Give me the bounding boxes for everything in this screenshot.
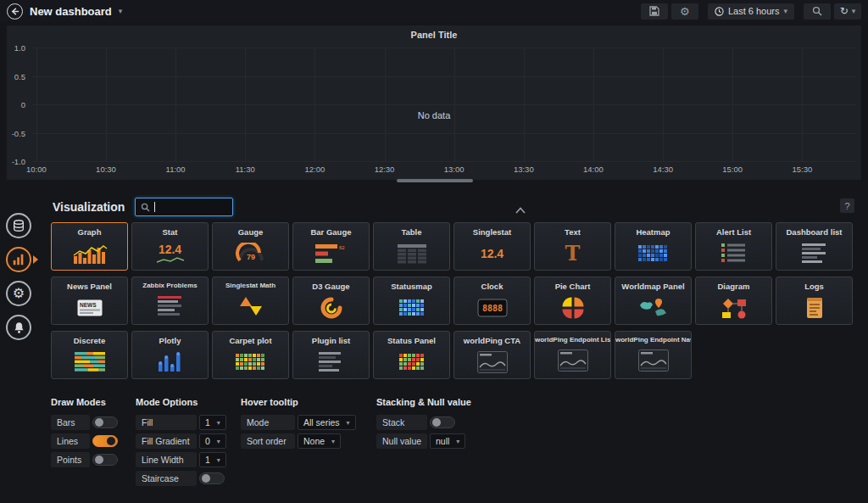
refresh-caret-icon: ▾ [852, 7, 856, 15]
plotly-icon [132, 347, 208, 377]
toggle-knob [202, 474, 210, 483]
viz-card-label: Heatmap [615, 227, 691, 237]
save-dashboard-button[interactable] [641, 3, 668, 20]
viz-card-worldping-endpoint-list[interactable]: worldPing Endpoint List [534, 331, 611, 379]
null-value-select[interactable]: null▾ [430, 433, 465, 449]
back-button[interactable] [7, 3, 23, 20]
viz-card-label: Singlestat Math [213, 282, 288, 289]
panel-title[interactable]: Panel Title [7, 25, 861, 42]
chevron-down-icon: ▾ [331, 438, 335, 445]
viz-card-diagram[interactable]: Diagram [695, 277, 772, 325]
viz-card-clock[interactable]: Clock8888 [453, 277, 531, 325]
bar-gauge-icon: 62 [293, 238, 369, 269]
select-value: null [436, 436, 449, 446]
x-tick-label: 10:00 [26, 165, 47, 174]
collapse-section-button[interactable] [515, 202, 526, 217]
help-button[interactable]: ? [840, 198, 854, 213]
viz-card-discrete[interactable]: Discrete [51, 331, 128, 379]
time-range-picker[interactable]: Last 6 hours ▾ [708, 3, 794, 20]
viz-card-graph[interactable]: Graph [51, 222, 128, 271]
section-title: Visualization [53, 200, 125, 214]
chevron-down-icon: ▾ [217, 456, 220, 464]
toggle-knob [95, 455, 103, 464]
stack-toggle[interactable] [430, 416, 455, 428]
viz-card-carpet-plot[interactable]: Carpet plot [212, 331, 289, 379]
grid-line-h [32, 76, 856, 77]
viz-card-singlestat-math[interactable]: Singlestat Math [212, 277, 289, 325]
viz-card-label: Zabbix Problems [132, 282, 208, 289]
viz-card-d3-gauge[interactable]: D3 Gauge [292, 277, 370, 325]
viz-card-worldmap-panel[interactable]: Worldmap Panel [615, 277, 692, 325]
fill-gradient-select[interactable]: 0▾ [199, 433, 226, 449]
y-axis: 1.00.50-0.5-1.0 [7, 48, 28, 161]
lines-toggle[interactable] [92, 435, 118, 447]
chevron-down-icon: ▾ [217, 438, 220, 445]
points-toggle[interactable] [92, 454, 118, 466]
svg-text:NEWS: NEWS [80, 302, 97, 308]
viz-card-worldping-endpoint-nav[interactable]: worldPing Endpoint Nav [615, 331, 692, 379]
viz-card-worldping-cta[interactable]: worldPing CTA [453, 331, 531, 379]
tab-alert[interactable] [6, 315, 31, 340]
viz-card-label: Plugin list [293, 336, 369, 345]
viz-card-text[interactable]: TextT [534, 222, 611, 271]
viz-card-heatmap[interactable]: Heatmap [615, 222, 692, 271]
dashboard-title[interactable]: New dashboard [30, 5, 112, 18]
viz-card-plugin-list[interactable]: Plugin list [292, 331, 370, 379]
viz-card-singlestat[interactable]: Singlestat12.4 [453, 222, 531, 271]
dashboard-settings-button[interactable]: ⚙ [671, 3, 698, 20]
viz-card-status-panel[interactable]: Status Panel [373, 331, 450, 379]
worldmap-icon [615, 293, 691, 323]
viz-card-bar-gauge[interactable]: Bar Gauge62 [292, 222, 370, 271]
viz-search-input[interactable] [135, 198, 233, 216]
statusmap-icon [374, 293, 449, 323]
viz-card-label: Gauge [213, 227, 288, 237]
arrow-left-icon [10, 7, 19, 16]
viz-card-gauge[interactable]: Gauge79 [212, 222, 289, 271]
x-tick-label: 12:30 [375, 165, 395, 174]
viz-card-label: worldPing Endpoint Nav [615, 336, 691, 344]
x-tick-label: 14:00 [583, 165, 604, 174]
line-width-select[interactable]: 1▾ [199, 452, 226, 467]
sort-order-select[interactable]: None▾ [298, 433, 341, 449]
viz-card-pie-chart[interactable]: Pie Chart [534, 277, 611, 325]
tab-general[interactable]: ⚙ [6, 281, 31, 306]
bars-toggle[interactable] [92, 416, 118, 428]
zoom-out-button[interactable] [804, 3, 831, 20]
viz-card-alert-list[interactable]: Alert List [695, 222, 772, 271]
viz-card-label: worldPing CTA [454, 336, 530, 345]
time-caret-icon: ▾ [783, 7, 787, 15]
y-tick-label: -1.0 [12, 157, 25, 166]
option-label: Sort order [241, 433, 295, 449]
fill-select[interactable]: 1▾ [199, 415, 226, 430]
title-caret-icon[interactable]: ▾ [119, 7, 123, 15]
options-group-hover-tooltip: Hover tooltipModeAll series▾Sort orderNo… [241, 397, 356, 452]
viz-card-zabbix-problems[interactable]: Zabbix Problems [131, 277, 209, 325]
viz-card-statusmap[interactable]: Statusmap [373, 277, 450, 325]
viz-card-plotly[interactable]: Plotly [131, 331, 209, 379]
viz-card-dashboard-list[interactable]: Dashboard list [776, 222, 853, 271]
option-row: Line Width1▾ [136, 452, 226, 467]
refresh-button[interactable]: ↻ ▾ [834, 3, 861, 20]
magnifier-icon [812, 6, 822, 16]
refresh-icon: ↻ [840, 5, 849, 17]
viz-card-news-panel[interactable]: News PanelNEWS [51, 277, 128, 325]
staircase-toggle[interactable] [199, 472, 225, 484]
viz-card-logs[interactable]: Logs [776, 277, 853, 325]
select-value: 1 [205, 455, 210, 465]
viz-card-table[interactable]: Table [373, 222, 450, 271]
tab-queries[interactable] [6, 213, 31, 238]
clock-icon: 8888 [454, 293, 530, 323]
mode-select[interactable]: All series▾ [298, 415, 356, 430]
search-icon [141, 203, 150, 212]
option-row: ModeAll series▾ [241, 415, 356, 430]
tab-visualization[interactable] [6, 247, 31, 272]
viz-card-label: Statusmap [374, 282, 449, 291]
no-data-text: No data [7, 110, 861, 120]
option-label: Points [51, 452, 90, 467]
x-tick-label: 15:00 [722, 165, 743, 174]
viz-card-label: Graph [52, 227, 127, 237]
viz-card-label: Stat [132, 227, 208, 237]
viz-card-stat[interactable]: Stat12.4 [131, 222, 209, 271]
scrollbar-handle[interactable] [397, 179, 473, 182]
dashboard-list-icon [776, 238, 852, 269]
